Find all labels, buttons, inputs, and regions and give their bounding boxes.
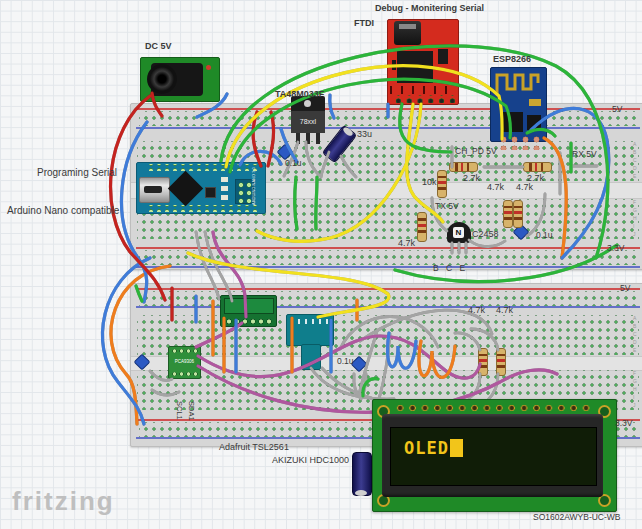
oled-bezel: OLED [382, 414, 603, 497]
resistor-4.7k-a[interactable] [503, 200, 513, 228]
row-letters: A B C D E [633, 140, 637, 180]
voltage-regulator[interactable]: 78xxl [291, 96, 325, 145]
usb-slot [399, 24, 416, 29]
label-debug-serial: Debug - Monitering Serial [375, 3, 484, 13]
tsl2561-board[interactable] [220, 295, 277, 327]
esp-chip [501, 112, 523, 132]
fritzing-watermark: fritzing [12, 486, 115, 517]
rail-line-positive [136, 247, 640, 249]
led-indicator [221, 186, 228, 191]
label-cap-33u: 33u [357, 129, 372, 139]
label-esp8266: ESP8266 [493, 54, 531, 64]
regulator-leg [296, 133, 300, 144]
resistor-4.7k-c[interactable] [417, 212, 427, 242]
reset-button[interactable] [205, 187, 216, 198]
label-r27k-left: 2.7k [463, 173, 480, 183]
hdc1000-stem [301, 344, 321, 370]
mounting-hole [304, 100, 311, 107]
ftdi-pin-labels [390, 86, 456, 94]
ftdi-pin-header[interactable] [391, 95, 455, 103]
transistor-marking: N [453, 227, 464, 238]
terminal-strip-holes-top[interactable] [137, 315, 639, 355]
rail-label-33v-bottom: 3.3V [615, 418, 633, 428]
power-rail-holes[interactable] [139, 291, 637, 306]
regulator-body: 78xxl [291, 111, 325, 133]
led-indicator [221, 177, 228, 182]
row-letters: F G H I J [633, 198, 637, 238]
label-net-tx: TX 5V [435, 201, 459, 211]
pin-header[interactable] [223, 315, 274, 324]
label-r47k-a: 4.7k [487, 182, 504, 192]
mini-usb-connector [139, 177, 170, 203]
transistor-c2458[interactable]: N [447, 222, 471, 243]
label-cap-01u-regulator: 0.1u [285, 158, 302, 168]
resistor-2.7k-left[interactable] [449, 162, 478, 172]
smd-component [438, 49, 448, 64]
mini-usb-connector [394, 21, 421, 45]
center-channel [131, 356, 642, 371]
label-scl1: SCL1 [175, 401, 184, 420]
esp-pin-header[interactable] [496, 134, 540, 150]
resistor-4.7k-b[interactable] [513, 200, 523, 228]
label-r47k-e: 4.7k [496, 305, 513, 315]
pca9306-board[interactable]: PCA9306 [168, 346, 201, 379]
row-letters: A B C D E [633, 314, 637, 354]
label-transistor-pins: B C E [433, 263, 465, 273]
nano-pin-header-bottom[interactable] [145, 205, 261, 212]
label-dc5v: DC 5V [145, 41, 172, 51]
label-programming-serial: Programing Serial [37, 167, 117, 178]
resistor-4.7k-e[interactable] [496, 348, 506, 376]
rail-line-negative [136, 266, 640, 268]
label-cap-01u-sensor: 0.1u [337, 356, 354, 366]
esp8266-board[interactable] [490, 67, 547, 142]
nano-pin-header-top[interactable] [145, 164, 261, 171]
smd-component [392, 60, 396, 70]
label-r47k-b: 4.7k [516, 182, 533, 192]
label-r47k-d: 4.7k [468, 305, 485, 315]
rail-label-33v-top: 3.3V [607, 243, 625, 253]
hdc1000-silkscreen [291, 319, 329, 324]
rail-line-positive [136, 288, 640, 290]
pin-header[interactable] [171, 371, 198, 377]
label-regulator: TA48M033F [275, 89, 324, 99]
rail-label-5v-top: 5V [612, 104, 622, 114]
oled-pin-holes[interactable] [392, 402, 590, 412]
hdc1000-board[interactable] [286, 314, 334, 346]
label-ftdi: FTDI [354, 18, 374, 28]
capacitor-top [355, 490, 367, 496]
resistor-4.7k-d[interactable] [478, 348, 488, 376]
oled-module[interactable]: OLED [372, 399, 617, 512]
antenna-trace [495, 71, 540, 97]
oled-display-text: OLED [404, 438, 449, 458]
label-net-rx: RX 5V [572, 149, 597, 159]
usb-slot [144, 186, 162, 193]
pca9306-silkscreen: PCA9306 [170, 359, 199, 364]
rail-line-negative [136, 306, 640, 308]
barrel-jack-opening [147, 64, 177, 94]
label-transistor: C2458 [472, 229, 499, 239]
regulator-leg [316, 133, 320, 144]
label-oled-model: SO1602AWYB-UC-WB [533, 512, 621, 522]
rail-label-5v-bottom: 5V [620, 283, 630, 293]
ftdi-board[interactable] [387, 19, 459, 105]
led-indicator [221, 195, 228, 200]
electrolytic-capacitor[interactable] [352, 452, 372, 496]
rail-line-positive [136, 108, 640, 110]
oled-cursor [450, 439, 463, 457]
arduino-nano-board[interactable]: ARDUINO NANO 3.0 [136, 162, 266, 214]
label-net-chpd: CH_PD 5V [455, 146, 497, 156]
ftdi-chip [397, 51, 433, 83]
resistor-10k[interactable] [437, 170, 447, 198]
resistor-2.7k-right[interactable] [523, 162, 552, 172]
row-letters: F G H I J [633, 369, 637, 409]
sensor-body [224, 298, 274, 314]
label-r47k-c: 4.7k [398, 238, 415, 248]
power-led [206, 65, 211, 70]
mcu-chip [168, 171, 203, 206]
dc-jack-board[interactable] [140, 57, 220, 102]
label-arduino-compatible: Arduino Nano compatible [7, 205, 119, 216]
power-rail-holes[interactable] [139, 250, 637, 265]
pin-header[interactable] [171, 348, 198, 354]
power-rail-holes[interactable] [139, 111, 637, 126]
label-hdc1000: AKIZUKI HDC1000 [272, 455, 349, 465]
